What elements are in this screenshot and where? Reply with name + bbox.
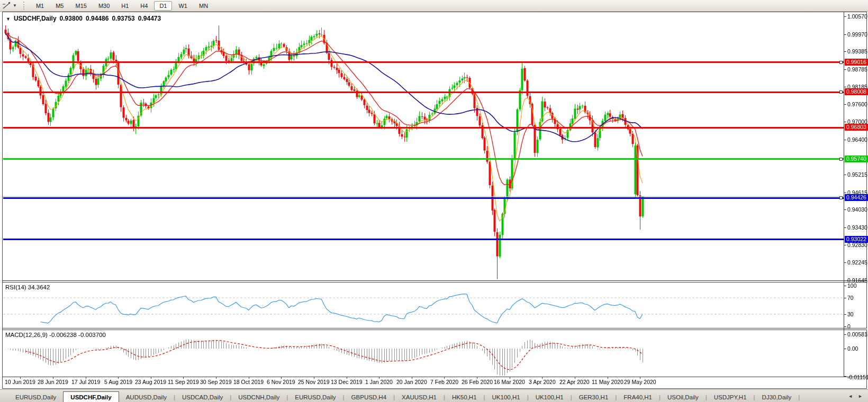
chart-tab-uk100[interactable]: UK100,H1 xyxy=(485,392,527,402)
chart-tab-eurusd[interactable]: EURUSD,Daily xyxy=(288,392,342,402)
time-tick-label: 18 Oct 2019 xyxy=(233,379,264,385)
chart-tab-usoil[interactable]: USOil,Daily xyxy=(661,392,706,402)
chart-tab-usdjpy[interactable]: USDJPY,H1 xyxy=(707,392,754,402)
time-tick-label: 6 Nov 2019 xyxy=(267,379,295,385)
time-tick-label: 29 May 2020 xyxy=(624,379,656,385)
line-drag-handle[interactable] xyxy=(839,158,843,161)
tab-scroll-arrows: ◄ ► xyxy=(848,394,863,399)
horizontal-line-object[interactable] xyxy=(3,239,844,240)
horizontal-line-object[interactable] xyxy=(3,127,844,129)
price-line-badge: 0.93022 xyxy=(845,236,868,243)
macd-tick-mark xyxy=(844,349,846,349)
chart-tab-usdcnh[interactable]: USDCNH,Daily xyxy=(231,392,286,402)
panel-splitter[interactable] xyxy=(3,328,867,330)
line-drag-handle[interactable] xyxy=(839,196,843,199)
line-drag-handle[interactable] xyxy=(839,61,843,64)
time-tick-label: 1 Jan 2020 xyxy=(365,379,393,385)
price-tick-mark xyxy=(844,262,846,263)
time-tick-label: 22 Apr 2020 xyxy=(559,379,590,385)
chart-tab-ger30[interactable]: GER30,H1 xyxy=(572,392,616,402)
price-tick-mark xyxy=(844,227,846,228)
chart-title: ▼USDCHF,Daily0.938000.944860.937530.9447… xyxy=(6,15,161,22)
chart-tab-fra40[interactable]: FRA40,H1 xyxy=(617,392,659,402)
horizontal-line-object[interactable] xyxy=(3,158,844,160)
time-tick-label: 7 Feb 2020 xyxy=(430,379,458,385)
price-tick-label: 1.00570 xyxy=(847,13,867,20)
symbol-timeframe-label: USDCHF,Daily xyxy=(14,15,57,22)
price-tick-mark xyxy=(844,51,846,52)
panel-splitter[interactable] xyxy=(3,280,867,282)
price-axis-border xyxy=(844,12,844,377)
chart-tab-audusd[interactable]: AUDUSD,Daily xyxy=(119,392,174,402)
rsi-tick-mark xyxy=(844,326,846,327)
rsi-tick-label: 100 xyxy=(847,282,857,289)
tab-scroll-left-icon[interactable]: ◄ xyxy=(848,394,853,399)
price-line-badge: 0.99016 xyxy=(845,59,868,66)
rsi-tick-mark xyxy=(844,286,846,286)
time-tick-label: 25 Nov 2019 xyxy=(298,379,330,385)
price-tick-mark xyxy=(844,104,846,105)
time-tick-label: 28 Jun 2019 xyxy=(38,379,68,385)
bar-close-value: 0.94473 xyxy=(138,15,161,22)
rsi-tick-mark xyxy=(844,298,846,298)
chart-tab-eurusd[interactable]: EURUSD,Daily xyxy=(8,392,63,402)
time-tick-label: 26 Feb 2020 xyxy=(462,379,493,385)
price-tick-label: 0.92245 xyxy=(847,259,867,266)
bar-high-value: 0.94486 xyxy=(86,15,108,22)
chart-tab-dj30[interactable]: DJ30,Daily xyxy=(755,392,799,402)
time-tick-label: 11 Sep 2019 xyxy=(168,379,199,385)
price-tick-label: 0.99970 xyxy=(847,31,867,38)
time-axis-border xyxy=(3,377,867,377)
price-tick-label: 0.93430 xyxy=(847,224,867,231)
price-line-badge: 0.95740 xyxy=(845,156,868,162)
chart-tabs: EURUSD,DailyUSDCHF,DailyAUDUSD,Daily|USD… xyxy=(8,391,800,402)
horizontal-line-object[interactable] xyxy=(3,61,844,63)
line-drag-handle[interactable] xyxy=(839,90,843,94)
tab-divider: | xyxy=(798,392,800,402)
mt4-terminal: ▼ M1M5M15M30H1H4D1W1MN ▼USDCHF,Daily0.93… xyxy=(0,0,868,402)
price-tick-mark xyxy=(844,193,846,193)
price-tick-label: 0.96400 xyxy=(847,136,867,143)
current-price-line[interactable] xyxy=(3,196,844,197)
chart-collapse-caret[interactable]: ▼ xyxy=(6,16,11,22)
price-line-badge: 0.94426 xyxy=(845,194,868,201)
price-tick-mark xyxy=(844,87,846,87)
time-tick-label: 17 Jul 2019 xyxy=(71,379,100,385)
rsi-tick-label: 70 xyxy=(847,295,854,301)
price-tick-mark xyxy=(844,140,846,140)
time-tick-label: 20 Jan 2020 xyxy=(396,379,427,385)
macd-tick-label: 0.00 xyxy=(847,345,858,352)
price-tick-label: 0.95215 xyxy=(847,171,867,178)
price-chart-canvas[interactable] xyxy=(0,0,868,389)
macd-tick-mark xyxy=(844,334,846,335)
bar-open-value: 0.93800 xyxy=(60,15,83,22)
macd-indicator-label: MACD(12,26,9) -0.006238 -0.003700 xyxy=(5,332,106,338)
price-tick-label: 0.98785 xyxy=(847,66,867,72)
time-tick-label: 30 Sep 2019 xyxy=(200,379,232,385)
price-tick-mark xyxy=(844,175,846,175)
price-tick-mark xyxy=(844,209,846,210)
price-line-badge: 0.96803 xyxy=(845,124,868,131)
chart-tab-hk50[interactable]: HK50,H1 xyxy=(445,392,484,402)
price-tick-mark xyxy=(844,16,846,17)
rsi-tick-label: 30 xyxy=(847,311,854,317)
macd-tick-label: -0.011514 xyxy=(847,374,868,380)
chart-tab-xauusd[interactable]: XAUUSD,H1 xyxy=(395,392,444,402)
price-tick-mark xyxy=(844,34,846,35)
rsi-tick-mark xyxy=(844,314,846,315)
price-tick-mark xyxy=(844,122,846,122)
time-tick-label: 3 Apr 2020 xyxy=(529,379,556,385)
tab-scroll-right-icon[interactable]: ► xyxy=(858,394,863,399)
chart-tab-usdcad[interactable]: USDCAD,Daily xyxy=(175,392,230,402)
time-tick-label: 23 Aug 2019 xyxy=(135,379,166,385)
price-line-badge: 0.98008 xyxy=(845,88,868,95)
horizontal-line-object[interactable] xyxy=(3,92,844,93)
horizontal-line-object[interactable] xyxy=(3,197,844,199)
chart-tab-uk100[interactable]: UK100,H1 xyxy=(529,392,571,402)
price-tick-mark xyxy=(844,280,846,281)
chart-tab-gbpusd[interactable]: GBPUSD,H4 xyxy=(345,392,393,402)
chart-tab-usdchf[interactable]: USDCHF,Daily xyxy=(63,391,119,402)
time-tick-label: 10 Jun 2019 xyxy=(5,379,35,385)
price-tick-mark xyxy=(844,69,846,70)
price-tick-label: 0.97600 xyxy=(847,101,867,107)
